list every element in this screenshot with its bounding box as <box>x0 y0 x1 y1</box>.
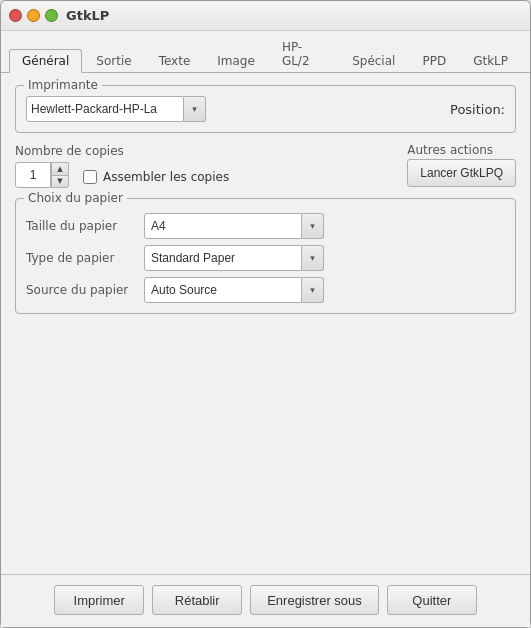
imprimante-group: Imprimante ▾ Position: <box>15 85 516 133</box>
paper-size-select-wrapper: ▾ <box>144 213 324 239</box>
tab-texte[interactable]: Texte <box>146 49 204 72</box>
maximize-button[interactable] <box>45 9 58 22</box>
window-controls <box>9 9 58 22</box>
autres-label: Autres actions <box>407 143 493 157</box>
spin-down-icon: ▼ <box>57 178 62 185</box>
paper-group: Choix du papier Taille du papier ▾ Type … <box>15 198 516 314</box>
paper-source-arrow-icon: ▾ <box>310 285 315 295</box>
tabs-bar: Général Sortie Texte Image HP-GL/2 Spéci… <box>1 31 530 73</box>
tab-image[interactable]: Image <box>204 49 268 72</box>
spin-up-icon: ▲ <box>57 166 62 173</box>
main-window: GtkLP Général Sortie Texte Image HP-GL/2… <box>0 0 531 628</box>
assembler-label: Assembler les copies <box>103 170 229 184</box>
minimize-button[interactable] <box>27 9 40 22</box>
paper-group-label: Choix du papier <box>24 191 127 205</box>
copies-spinner: ▲ ▼ <box>51 162 69 188</box>
assembler-checkbox[interactable] <box>83 170 97 184</box>
bottom-bar: Imprimer Rétablir Enregistrer sous Quitt… <box>1 574 530 627</box>
lancer-button[interactable]: Lancer GtkLPQ <box>407 159 516 187</box>
enregistrer-button[interactable]: Enregistrer sous <box>250 585 379 615</box>
assembler-row: Assembler les copies <box>83 170 229 184</box>
imprimer-button[interactable]: Imprimer <box>54 585 144 615</box>
content-area: Imprimante ▾ Position: Nombre de copies <box>1 73 530 574</box>
tab-hpgl[interactable]: HP-GL/2 <box>269 35 338 72</box>
imprimante-row: ▾ Position: <box>26 96 505 122</box>
copies-input[interactable] <box>15 162 51 188</box>
copies-control: ▲ ▼ <box>15 162 69 188</box>
close-button[interactable] <box>9 9 22 22</box>
tab-sortie[interactable]: Sortie <box>83 49 144 72</box>
printer-input[interactable] <box>26 96 184 122</box>
tab-ppd[interactable]: PPD <box>409 49 459 72</box>
paper-type-input[interactable] <box>144 245 302 271</box>
spin-down-button[interactable]: ▼ <box>51 175 69 188</box>
paper-size-input[interactable] <box>144 213 302 239</box>
paper-type-label: Type de papier <box>26 251 136 265</box>
paper-type-arrow-icon: ▾ <box>310 253 315 263</box>
paper-source-input[interactable] <box>144 277 302 303</box>
copies-label: Nombre de copies <box>15 144 124 158</box>
copies-section: Nombre de copies ▲ ▼ <box>15 143 229 188</box>
printer-select-combo: ▾ <box>26 96 206 122</box>
quitter-button[interactable]: Quitter <box>387 585 477 615</box>
paper-size-row: Taille du papier ▾ <box>26 213 505 239</box>
paper-type-row: Type de papier ▾ <box>26 245 505 271</box>
spin-up-button[interactable]: ▲ <box>51 162 69 175</box>
position-label: Position: <box>450 102 505 117</box>
window-title: GtkLP <box>66 8 109 23</box>
paper-size-label: Taille du papier <box>26 219 136 233</box>
retablir-button[interactable]: Rétablir <box>152 585 242 615</box>
imprimante-group-label: Imprimante <box>24 78 102 92</box>
paper-source-select-wrapper: ▾ <box>144 277 324 303</box>
printer-dropdown-button[interactable]: ▾ <box>184 96 206 122</box>
tab-general[interactable]: Général <box>9 49 82 73</box>
tab-gtklp[interactable]: GtkLP <box>460 49 521 72</box>
arrow-down-icon: ▾ <box>192 104 197 114</box>
paper-type-dropdown-button[interactable]: ▾ <box>302 245 324 271</box>
titlebar: GtkLP <box>1 1 530 31</box>
paper-source-dropdown-button[interactable]: ▾ <box>302 277 324 303</box>
paper-size-dropdown-button[interactable]: ▾ <box>302 213 324 239</box>
paper-source-row: Source du papier ▾ <box>26 277 505 303</box>
paper-type-select-wrapper: ▾ <box>144 245 324 271</box>
tab-special[interactable]: Spécial <box>339 49 408 72</box>
paper-size-arrow-icon: ▾ <box>310 221 315 231</box>
autres-section: Autres actions Lancer GtkLPQ <box>407 143 516 187</box>
paper-source-label: Source du papier <box>26 283 136 297</box>
